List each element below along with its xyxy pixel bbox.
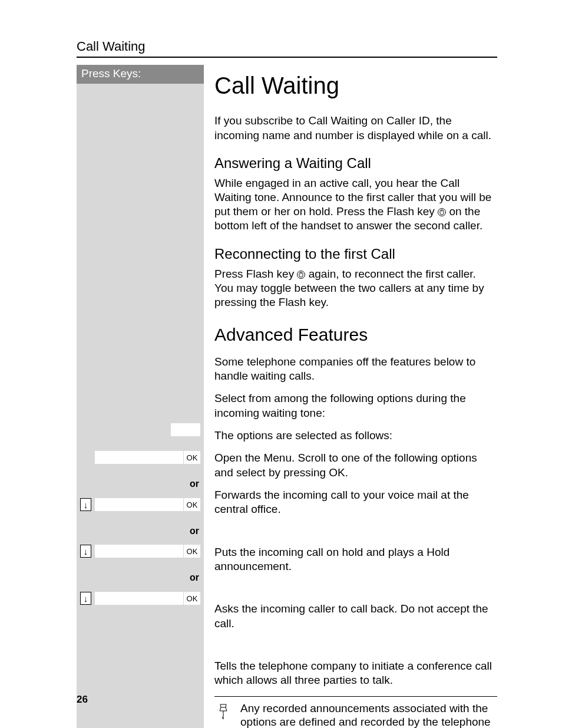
option-1-blank <box>95 451 183 464</box>
advanced-p1: Some telephone companies off the feature… <box>214 355 497 384</box>
option-2-key-row: ↓ OK <box>77 498 204 511</box>
option-3-field: OK <box>95 545 200 558</box>
option-3-key-row: ↓ OK <box>77 545 204 558</box>
press-keys-sidebar: Press Keys: OK or ↓ OK or <box>77 65 204 728</box>
running-head: Call Waiting <box>77 39 497 54</box>
advanced-heading: Advanced Features <box>214 324 497 346</box>
spacer-or-1 <box>214 525 497 537</box>
or-separator: or <box>190 479 199 489</box>
two-column-layout: Press Keys: OK or ↓ OK or <box>77 65 497 728</box>
option-4-field: OK <box>95 592 200 605</box>
advanced-p3: The options are selected as follows: <box>214 429 497 443</box>
sidebar-header: Press Keys: <box>77 65 204 84</box>
or-separator: or <box>190 572 199 583</box>
intro-paragraph: If you subscribe to Call Waiting on Call… <box>214 114 497 143</box>
menu-key-blank <box>171 423 200 436</box>
spacer-or-2 <box>214 582 497 594</box>
down-arrow-icon: ↓ <box>80 545 91 558</box>
flash-key-icon <box>438 208 446 216</box>
running-head-rule <box>77 57 497 58</box>
option-4-blank <box>95 592 183 605</box>
menu-key-row <box>77 423 204 436</box>
answering-heading: Answering a Waiting Call <box>214 154 497 173</box>
option-1-field: OK <box>95 451 200 464</box>
advanced-p2: Select from among the following options … <box>214 391 497 420</box>
advanced-opt2: Puts the incoming call on hold and plays… <box>214 545 497 574</box>
answering-body: While engaged in an active call, you hea… <box>214 176 497 233</box>
reconnecting-body: Press Flash key again, to reconnect the … <box>214 267 497 310</box>
down-arrow-icon: ↓ <box>80 592 91 605</box>
pushpin-icon <box>217 701 231 728</box>
option-2-field: OK <box>95 498 200 511</box>
spacer-or-3 <box>214 639 497 651</box>
ok-label: OK <box>183 498 200 511</box>
option-1-key-row: OK <box>77 451 204 464</box>
manual-page: Call Waiting Press Keys: OK or ↓ <box>0 0 562 728</box>
advanced-opt4: Tells the telephone company to initiate … <box>214 659 497 688</box>
page-number: 26 <box>77 694 88 706</box>
note-text: Any recorded announcements associated wi… <box>240 701 495 728</box>
option-3-blank <box>95 545 183 558</box>
note-box: Any recorded announcements associated wi… <box>214 696 497 728</box>
ok-label: OK <box>183 592 200 605</box>
option-2-blank <box>95 498 183 511</box>
advanced-opt3: Asks the incoming caller to call back. D… <box>214 602 497 631</box>
down-arrow-icon: ↓ <box>80 498 91 511</box>
ok-label: OK <box>183 545 200 558</box>
reconnecting-heading: Reconnecting to the first Call <box>214 245 497 263</box>
option-4-key-row: ↓ OK <box>77 592 204 605</box>
advanced-opt1: Forwards the incoming call to your voice… <box>214 488 497 517</box>
or-separator: or <box>190 526 199 536</box>
main-content: Call Waiting If you subscribe to Call Wa… <box>214 65 497 728</box>
ok-label: OK <box>183 451 200 464</box>
flash-key-icon <box>297 271 305 279</box>
advanced-open-menu: Open the Menu. Scroll to one of the foll… <box>214 451 497 480</box>
page-title: Call Waiting <box>214 71 497 101</box>
reconnecting-body-before: Press Flash key <box>214 268 297 280</box>
